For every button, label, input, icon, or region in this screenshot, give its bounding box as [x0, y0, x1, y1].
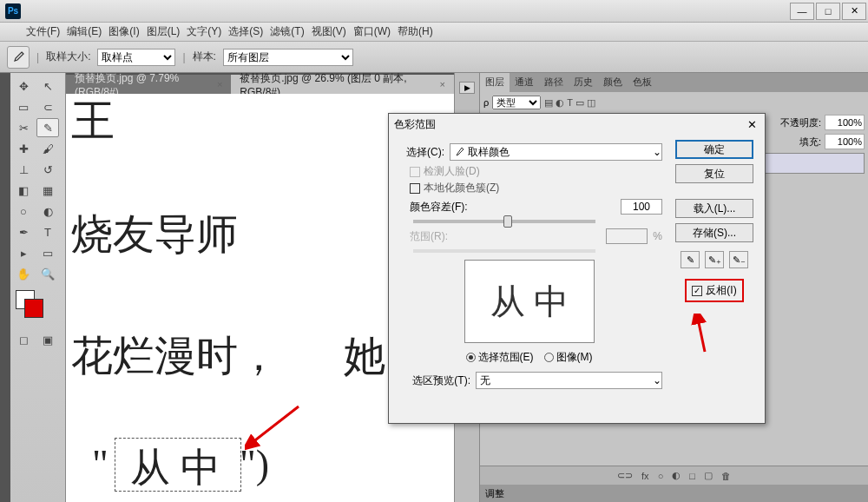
- select-value: 取样颜色: [468, 145, 510, 160]
- fuzziness-input[interactable]: [621, 199, 662, 215]
- title-bar: Ps — □ ✕: [0, 0, 868, 23]
- menu-help[interactable]: 帮助(H): [398, 24, 433, 39]
- radio-image[interactable]: 图像(M): [544, 350, 593, 365]
- fill-value[interactable]: 100%: [825, 134, 865, 149]
- menu-filter[interactable]: 滤镜(T): [270, 24, 304, 39]
- stamp-tool[interactable]: ⊥: [12, 160, 35, 179]
- menu-bar: 文件(F) 编辑(E) 图像(I) 图层(L) 文字(Y) 选择(S) 滤镜(T…: [0, 23, 868, 42]
- canvas-text: ": [92, 441, 108, 487]
- selection-marquee: [115, 438, 241, 492]
- history-brush-tool[interactable]: ↺: [36, 160, 59, 179]
- play-icon[interactable]: ▶: [459, 82, 475, 94]
- invert-checkbox[interactable]: ✓反相(I): [685, 279, 743, 302]
- menu-select[interactable]: 选择(S): [228, 24, 263, 39]
- group-icon[interactable]: □: [689, 471, 695, 481]
- close-button[interactable]: ✕: [842, 3, 866, 20]
- new-layer-icon[interactable]: ▢: [704, 470, 713, 481]
- fill-label: 填充:: [799, 135, 821, 149]
- eyedropper-icon: [454, 147, 464, 157]
- selection-preview: 从 中: [464, 260, 595, 343]
- menu-edit[interactable]: 编辑(E): [67, 24, 102, 39]
- load-button[interactable]: 载入(L)...: [675, 199, 753, 218]
- canvas-text: 王: [71, 94, 115, 150]
- crop-tool[interactable]: ✂: [12, 118, 35, 137]
- opacity-value[interactable]: 100%: [825, 115, 865, 130]
- maximize-button[interactable]: □: [816, 3, 840, 20]
- range-input: [606, 228, 648, 244]
- eyedropper-icon[interactable]: [7, 46, 30, 69]
- tab-close-icon[interactable]: ×: [440, 79, 445, 89]
- layer-filter-select[interactable]: 类型: [492, 96, 541, 109]
- background-swatch[interactable]: [24, 299, 43, 318]
- panel-tab-color[interactable]: 颜色: [598, 73, 628, 92]
- eyedropper-group: ✎ ✎₊ ✎₋: [681, 251, 748, 268]
- tab-close-icon[interactable]: ×: [217, 79, 222, 89]
- save-button[interactable]: 存储(S)...: [675, 223, 753, 242]
- panel-tab-paths[interactable]: 路径: [539, 73, 569, 92]
- menu-type[interactable]: 文字(Y): [187, 24, 221, 39]
- minimize-button[interactable]: —: [790, 3, 814, 20]
- sample-select[interactable]: 所有图层: [223, 49, 353, 66]
- fuzziness-slider[interactable]: [413, 220, 595, 223]
- screenmode-tool[interactable]: ▣: [36, 330, 59, 349]
- path-select-tool[interactable]: ▸: [12, 243, 35, 262]
- tools-panel: ✥↖ ▭⊂ ✂✎ ✚🖌 ⊥↺ ◧▦ ○◐ ✒T ▸▭ ✋🔍 ◻▣: [10, 73, 66, 502]
- panel-tab-layers[interactable]: 图层: [480, 73, 510, 92]
- quickmask-tool[interactable]: ◻: [12, 330, 35, 349]
- panel-tab-channels[interactable]: 通道: [510, 73, 539, 92]
- eraser-tool[interactable]: ◧: [12, 181, 35, 200]
- adjust-icon[interactable]: ◐: [672, 470, 681, 481]
- canvas-text: 烧友导师: [71, 207, 238, 262]
- lasso-tool[interactable]: ⊂: [36, 97, 59, 116]
- ok-button[interactable]: 确定: [675, 140, 753, 159]
- sample-label: 样本:: [193, 50, 216, 64]
- filter-icons[interactable]: ▤ ◐ T ▭ ◫: [544, 97, 595, 109]
- eyedropper-add-icon[interactable]: ✎₊: [705, 251, 724, 268]
- svg-line-0: [252, 406, 299, 443]
- move-tool[interactable]: ✥: [12, 76, 35, 96]
- hand-tool[interactable]: ✋: [12, 264, 35, 283]
- select-dropdown[interactable]: 取样颜色 ⌄: [450, 143, 662, 161]
- pen-tool[interactable]: ✒: [12, 222, 35, 241]
- marquee-tool[interactable]: ▭: [12, 97, 35, 116]
- mask-icon[interactable]: ○: [658, 471, 664, 481]
- dialog-close-button[interactable]: ✕: [744, 116, 760, 132]
- sample-size-select[interactable]: 取样点: [97, 49, 175, 66]
- selection-preview-dropdown[interactable]: 无⌄: [476, 372, 662, 389]
- arrow-tool[interactable]: ↖: [36, 76, 59, 96]
- menu-view[interactable]: 视图(V): [312, 24, 346, 39]
- link-icon[interactable]: ⊂⊃: [617, 470, 633, 481]
- color-swatches[interactable]: [12, 290, 63, 325]
- menu-image[interactable]: 图像(I): [108, 24, 139, 39]
- svg-line-1: [698, 319, 705, 352]
- trash-icon[interactable]: 🗑: [721, 471, 731, 481]
- layers-bottom-bar: ⊂⊃ fx ○ ◐ □ ▢ 🗑: [480, 466, 868, 485]
- zoom-tool[interactable]: 🔍: [36, 264, 59, 283]
- eyedropper-tool[interactable]: ✎: [36, 118, 59, 137]
- menu-layer[interactable]: 图层(L): [147, 24, 181, 39]
- menu-window[interactable]: 窗口(W): [353, 24, 391, 39]
- window-controls: — □ ✕: [790, 3, 868, 20]
- eyedropper-subtract-icon[interactable]: ✎₋: [729, 251, 748, 268]
- panel-tab-swatches[interactable]: 色板: [628, 73, 657, 92]
- document-tab-1[interactable]: 被替换页.jpg @ 26.9% (图层 0 副本, RGB/8#)×: [231, 75, 454, 94]
- gradient-tool[interactable]: ▦: [36, 181, 59, 200]
- panel-tab-history[interactable]: 历史: [569, 73, 598, 92]
- dialog-titlebar: 色彩范围 ✕: [389, 114, 765, 135]
- heal-tool[interactable]: ✚: [12, 139, 35, 158]
- blur-tool[interactable]: ○: [12, 201, 35, 221]
- shape-tool[interactable]: ▭: [36, 243, 59, 262]
- preview-radio-group: 选择范围(E) 图像(M): [396, 350, 662, 365]
- type-tool[interactable]: T: [36, 222, 59, 241]
- radio-selection[interactable]: 选择范围(E): [466, 350, 534, 365]
- menu-file[interactable]: 文件(F): [26, 24, 60, 39]
- dodge-tool[interactable]: ◐: [36, 201, 59, 221]
- panel-tab-adjustments[interactable]: 调整: [480, 485, 868, 502]
- brush-tool[interactable]: 🖌: [36, 139, 59, 158]
- document-tab-0[interactable]: 预替换页.jpg @ 7.79%(RGB/8#)×: [66, 75, 231, 94]
- eyedropper-sample-icon[interactable]: ✎: [681, 251, 700, 268]
- localized-checkbox[interactable]: 本地化颜色簇(Z): [410, 181, 662, 195]
- fx-icon[interactable]: fx: [641, 471, 649, 481]
- color-range-dialog: 色彩范围 ✕ 选择(C): 取样颜色 ⌄ 检测人脸(D) 本地化颜色簇(Z) 颜…: [388, 113, 766, 424]
- reset-button[interactable]: 复位: [675, 164, 753, 183]
